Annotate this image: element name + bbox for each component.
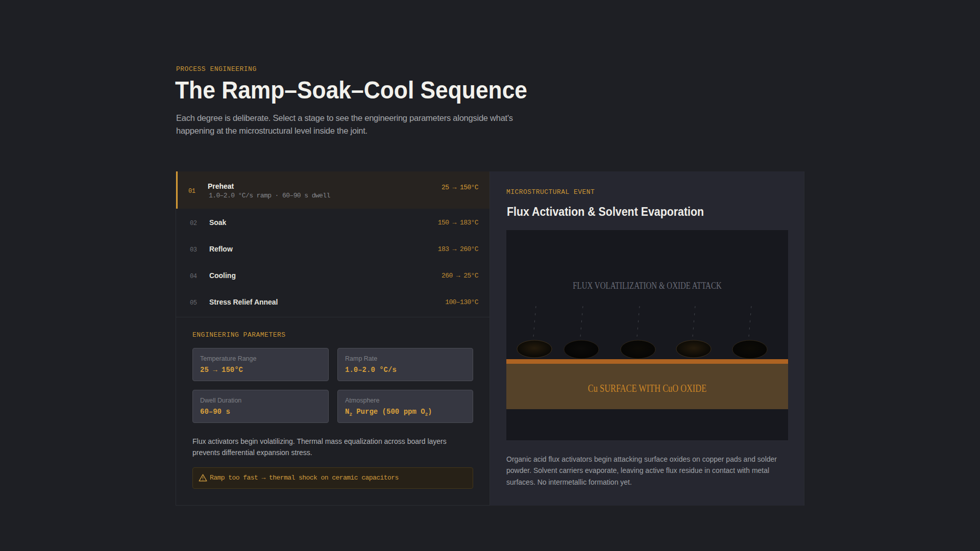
svg-text:FLUX VOLATILIZATION & OXIDE AT: FLUX VOLATILIZATION & OXIDE ATTACK [573, 281, 721, 291]
svg-text:Cu SURFACE WITH CuO OXIDE: Cu SURFACE WITH CuO OXIDE [588, 382, 706, 394]
